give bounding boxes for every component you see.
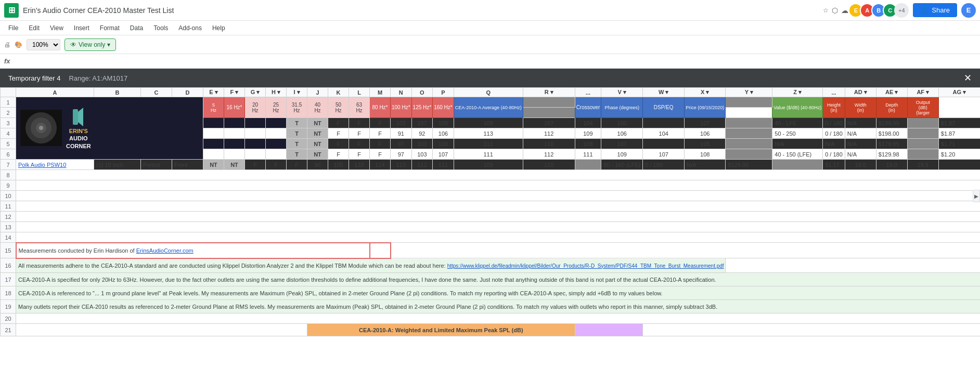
col-header-q[interactable]: Q — [454, 88, 523, 97]
view-only-button[interactable]: 👁 View only ▾ — [65, 38, 116, 51]
col-gap-6b — [907, 149, 938, 160]
col-header-x[interactable]: X ▾ — [685, 88, 726, 97]
menu-insert[interactable]: Insert — [70, 23, 94, 33]
col-header-h[interactable]: H ▾ — [266, 88, 287, 97]
cell-7-h: F — [266, 160, 287, 170]
filter-close-button[interactable]: ✕ — [964, 72, 972, 84]
col-header-e[interactable]: E ▾ — [203, 88, 224, 97]
svg-point-4 — [39, 126, 43, 130]
cell-4-g: F — [328, 128, 349, 139]
header-freq-160: 160 Hz* — [433, 97, 454, 118]
col-header-ad[interactable]: AD ▾ — [845, 88, 876, 97]
col-gap-3b — [907, 118, 938, 128]
col-header-z[interactable]: Z ▾ — [772, 88, 823, 97]
menu-format[interactable]: Format — [96, 23, 124, 33]
cell-15-note: Measurements conducted by Erin Hardison … — [16, 243, 370, 258]
col-header-a[interactable]: A — [16, 88, 94, 97]
col-header-i[interactable]: I ▾ — [287, 88, 307, 97]
cell-4-z: $1.87 — [938, 128, 980, 139]
spreadsheet-table: A B C D E ▾ F ▾ G ▾ H ▾ I ▾ J K L M N O … — [0, 87, 980, 336]
erins-audio-link[interactable]: ErinsAudioCorner.com — [136, 247, 194, 254]
cell-4-v: 50 - 250 — [772, 128, 823, 139]
col-header-r[interactable]: R ▾ — [523, 88, 575, 97]
col-header-j[interactable]: J — [307, 88, 328, 97]
klippel-link[interactable]: https://www.klippel.de/fileadmin/klippel… — [447, 263, 724, 269]
sheets-icon: ⊞ — [8, 5, 15, 15]
cell-7-r: 110 — [523, 160, 575, 170]
cell-16-note: All measurements adhere to the CEA-2010-… — [16, 258, 726, 273]
svg-rect-6 — [73, 109, 78, 125]
table-row-11: 11 — [1, 201, 981, 212]
user-avatar[interactable]: E — [961, 3, 976, 18]
col-header-b[interactable]: B — [94, 88, 141, 97]
cell-4-n: 112 — [523, 128, 575, 139]
cell-5-y: $179.95 — [876, 139, 907, 149]
cell-7-w: 0 / 180 — [643, 160, 685, 170]
row-num-2: 2 — [1, 108, 16, 118]
avatar-overflow: +4 — [894, 3, 909, 18]
col-header-o[interactable]: O — [411, 88, 433, 97]
cell-7-x: N/A — [685, 160, 726, 170]
menu-tools[interactable]: Tools — [149, 23, 172, 33]
cell-6-w: 0 / 180 — [823, 149, 845, 160]
col-gap-3 — [726, 118, 772, 128]
col-header-gap2: ... — [823, 88, 845, 97]
polk-audio-link[interactable]: Polk Audio PSW10 — [18, 162, 66, 168]
drive-icon[interactable]: ⬡ — [832, 6, 838, 15]
menu-edit[interactable]: Edit — [24, 23, 44, 33]
col-header-d[interactable]: D — [172, 88, 203, 97]
cell-7-ad: 18.0 — [845, 160, 876, 170]
cell-4-h: F — [349, 128, 370, 139]
col-header-w[interactable]: W ▾ — [643, 88, 685, 97]
col-header-c[interactable]: C — [141, 88, 172, 97]
col-header-k[interactable]: K — [328, 88, 349, 97]
cell-6-l: 107 — [433, 149, 454, 160]
cell-6-q: 107 — [643, 149, 685, 160]
col-header-f[interactable]: F ▾ — [224, 88, 245, 97]
paint-format-icon[interactable]: 🎨 — [15, 41, 22, 48]
col-header-ag[interactable]: AG ▾ — [938, 88, 980, 97]
cell-4-a — [203, 128, 224, 139]
row-num-13: 13 — [1, 222, 16, 232]
col-header-n[interactable]: N — [391, 88, 412, 97]
col-header-af[interactable]: AF ▾ — [907, 88, 938, 97]
sidebar-collapse-button[interactable]: ▶ — [973, 190, 980, 202]
menu-data[interactable]: Data — [126, 23, 147, 33]
formula-input[interactable] — [15, 58, 976, 65]
cell-21-rest — [643, 324, 980, 336]
zoom-selector[interactable]: 100% — [27, 39, 60, 50]
menu-view[interactable]: View — [46, 23, 68, 33]
col-gap-6 — [726, 149, 772, 160]
cell-3-a — [203, 118, 224, 128]
cell-5-z: $1.71 — [938, 139, 980, 149]
menu-help[interactable]: Help — [208, 23, 229, 33]
col-header-m[interactable]: M — [370, 88, 391, 97]
col-header-g[interactable]: G ▾ — [245, 88, 266, 97]
cell-8-empty — [16, 170, 981, 180]
col-header-y[interactable]: Y ▾ — [726, 88, 772, 97]
cell-4-b — [224, 128, 245, 139]
col-header-ae[interactable]: AE ▾ — [876, 88, 907, 97]
star-icon[interactable]: ☆ — [823, 7, 829, 14]
col-gap-4 — [726, 128, 772, 139]
menu-file[interactable]: File — [4, 23, 22, 33]
col-header-p[interactable]: P — [433, 88, 454, 97]
col-header-v[interactable]: V ▾ — [601, 88, 643, 97]
cell-4-m: 113 — [454, 128, 523, 139]
cell-6-x: N/A — [845, 149, 876, 160]
table-row-17: 17 CEA-2010-A is specified for only 20Hz… — [1, 273, 981, 286]
col-header-l[interactable]: L — [349, 88, 370, 97]
row-num-17: 17 — [1, 273, 16, 286]
cell-5-d — [266, 139, 287, 149]
cell-4-i: F — [370, 128, 391, 139]
cell-4-j: 91 — [391, 128, 412, 139]
cell-6-m: 111 — [454, 149, 523, 160]
cell-5-c — [245, 139, 266, 149]
share-button[interactable]: 👤 Share — [913, 3, 957, 17]
cell-5-g: F — [328, 139, 349, 149]
menu-addons[interactable]: Add-ons — [174, 23, 206, 33]
cell-3-f: NT — [307, 118, 328, 128]
print-icon[interactable]: 🖨 — [4, 41, 10, 48]
cell-7-z: $1.17 — [823, 160, 845, 170]
cloud-icon[interactable]: ☁ — [841, 6, 848, 15]
